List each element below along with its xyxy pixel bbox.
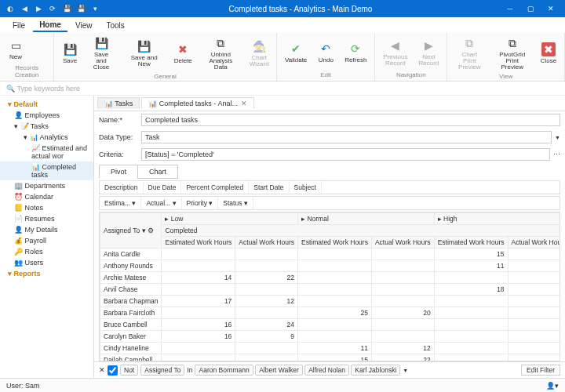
validate-button[interactable]: ✔Validate bbox=[280, 40, 312, 65]
pivot-cell: 22 bbox=[371, 354, 434, 362]
sidebar-item-resumes[interactable]: 📄 Resumes bbox=[0, 213, 93, 224]
delete-icon: ✖ bbox=[176, 42, 190, 56]
chartprint-icon: ⧉ bbox=[462, 36, 476, 50]
filter-field-description[interactable]: Description bbox=[100, 181, 144, 194]
close-filter-icon[interactable]: ✕ bbox=[99, 366, 105, 374]
close-button[interactable]: ✖Close bbox=[536, 41, 561, 66]
ellipsis-icon[interactable]: ⋯ bbox=[553, 151, 560, 158]
menu-home[interactable]: Home bbox=[33, 19, 67, 32]
pivot-cell bbox=[371, 260, 434, 272]
savenew-icon: 💾 bbox=[137, 39, 151, 53]
menu-tools[interactable]: Tools bbox=[100, 20, 130, 31]
filter-field-subject[interactable]: Subject bbox=[290, 181, 322, 194]
saveclose-icon[interactable]: 💾 bbox=[75, 3, 86, 14]
unbind-button[interactable]: ⧉Unbind Analysis Data bbox=[198, 34, 243, 72]
filter-value-chip[interactable]: Albert Walker bbox=[255, 365, 303, 376]
theme-icon[interactable]: ◐ bbox=[5, 3, 16, 14]
new-button[interactable]: ▭New bbox=[3, 37, 28, 62]
filter-value-chip[interactable]: Aaron Bornmann bbox=[195, 365, 253, 376]
filter-value-chip[interactable]: Karl Jablonski bbox=[351, 365, 400, 376]
undo-button[interactable]: ↶Undo bbox=[313, 40, 338, 65]
pivot-cell bbox=[371, 272, 434, 284]
chevron-down-icon[interactable]: ▼ bbox=[555, 135, 560, 140]
sidebar-item-notes[interactable]: 📒 Notes bbox=[0, 202, 93, 213]
sidebar-item-estimated-and-actual-wor[interactable]: 📈 Estimated and actual wor bbox=[0, 143, 93, 162]
menu-file[interactable]: File bbox=[6, 20, 31, 31]
filter-field[interactable]: Assigned To bbox=[140, 365, 184, 376]
pivot-cell bbox=[371, 331, 434, 343]
filter-not[interactable]: Not bbox=[120, 365, 138, 376]
next-icon[interactable]: ▶ bbox=[33, 3, 44, 14]
sidebar-item-employees[interactable]: 👤 Employees bbox=[0, 110, 93, 121]
tab-pivot[interactable]: Pivot bbox=[99, 165, 138, 179]
ribbon: ▭NewRecords Creation💾Save💾Save and Close… bbox=[0, 33, 565, 82]
user-icon[interactable]: 👤▾ bbox=[546, 382, 559, 390]
sidebar-group-reports[interactable]: ▾ Reports bbox=[0, 268, 93, 279]
pivot-cell: 15 bbox=[434, 249, 508, 260]
document-tabs: 📊 Tasks📊 Completed tasks - Anal... ✕ bbox=[94, 96, 565, 111]
row-header: Bruce Cambell bbox=[100, 319, 162, 331]
sidebar-item-my-details[interactable]: 👤 My Details bbox=[0, 224, 93, 235]
col-field[interactable]: Estima... ▾ bbox=[100, 197, 141, 209]
sidebar-item-departments[interactable]: 🏢 Departments bbox=[0, 180, 93, 191]
sidebar-item-tasks[interactable]: ▾ 📝 Tasks bbox=[0, 121, 93, 132]
status-bar: User: Sam 👤▾ bbox=[0, 378, 565, 392]
row-header: Dailah Campbell bbox=[100, 354, 162, 362]
minimize-button[interactable]: ─ bbox=[501, 2, 519, 16]
name-label: Name:* bbox=[99, 116, 138, 124]
pivot-cell bbox=[371, 284, 434, 296]
sidebar-item-analytics[interactable]: ▾ 📊 Analytics bbox=[0, 132, 93, 143]
criteria-field[interactable]: [Status] = 'Completed' bbox=[141, 148, 550, 161]
pivot-cell: 18 bbox=[434, 284, 508, 296]
sidebar-item-payroll[interactable]: 💰 Payroll bbox=[0, 235, 93, 246]
sidebar-item-users[interactable]: 👥 Users bbox=[0, 257, 93, 268]
tab-close-icon[interactable]: ✕ bbox=[241, 100, 247, 107]
saveclose-button[interactable]: 💾Save and Close bbox=[84, 34, 118, 72]
pivot-cell: 9 bbox=[235, 331, 298, 343]
maximize-button[interactable]: ▢ bbox=[521, 2, 540, 16]
tab-completed[interactable]: 📊 Completed tasks - Anal... ✕ bbox=[141, 97, 254, 109]
save-icon: 💾 bbox=[63, 42, 77, 56]
pivot-cell bbox=[298, 331, 372, 343]
chevron-down-icon[interactable]: ▼ bbox=[403, 368, 408, 373]
filter-field-percent-completed[interactable]: Percent Completed bbox=[181, 181, 249, 194]
col-field[interactable]: Priority ▾ bbox=[182, 197, 219, 209]
sidebar-item-calendar[interactable]: ⏰ Calendar bbox=[0, 191, 93, 202]
filter-field-due-date[interactable]: Due Date bbox=[144, 181, 182, 194]
dropdown-icon[interactable]: ▾ bbox=[89, 3, 100, 14]
tab-chart[interactable]: Chart bbox=[137, 165, 178, 179]
menu-view[interactable]: View bbox=[69, 20, 99, 31]
search-input[interactable]: Type keywords here bbox=[17, 85, 81, 93]
window-title: Completed tasks - Analytics - Main Demo bbox=[100, 5, 501, 13]
save-icon[interactable]: 💾 bbox=[61, 3, 72, 14]
pivot-cell bbox=[434, 343, 508, 354]
filter-field-start-date[interactable]: Start Date bbox=[249, 181, 289, 194]
pivot-cell: 12 bbox=[235, 296, 298, 307]
prev-icon[interactable]: ◀ bbox=[19, 3, 30, 14]
col-field[interactable]: Status ▾ bbox=[218, 197, 253, 209]
filter-enable-checkbox[interactable] bbox=[108, 365, 118, 376]
datatype-field[interactable]: Task bbox=[141, 131, 552, 143]
delete-button[interactable]: ✖Delete bbox=[170, 41, 196, 66]
close-button[interactable]: ✕ bbox=[541, 2, 560, 16]
savenew-button[interactable]: 💾Save and New bbox=[120, 38, 168, 69]
filter-value-chip[interactable]: Alfred Nolan bbox=[304, 365, 349, 376]
user-label: User: bbox=[6, 382, 24, 390]
edit-filter-button[interactable]: Edit Filter bbox=[521, 365, 560, 376]
refresh-button[interactable]: ⟳Refresh bbox=[340, 40, 371, 65]
col-field[interactable]: Actual... ▾ bbox=[141, 197, 181, 209]
refresh-icon[interactable]: ⟳ bbox=[47, 3, 58, 14]
sidebar-item-completed-tasks[interactable]: 📊 Completed tasks bbox=[0, 162, 93, 180]
name-field[interactable]: Completed tasks bbox=[141, 114, 560, 126]
pivot-cell bbox=[298, 284, 372, 296]
save-button[interactable]: 💾Save bbox=[57, 41, 82, 66]
next-button: ▶Next Record bbox=[414, 37, 443, 68]
pivot-grid[interactable]: Assigned To ▾ ⚙▸ Low▸ Normal▸ HighGrand … bbox=[99, 212, 560, 361]
tab-tasks[interactable]: 📊 Tasks bbox=[97, 97, 140, 109]
pivotprint-button[interactable]: ⧉PivotGrid Print Preview bbox=[490, 34, 534, 72]
pivot-cell bbox=[162, 343, 235, 354]
sidebar-group-default[interactable]: ▾ Default bbox=[0, 99, 93, 110]
pivot-cell: 22 bbox=[235, 272, 298, 284]
sidebar-item-roles[interactable]: 🔑 Roles bbox=[0, 246, 93, 257]
unbind-icon: ⧉ bbox=[213, 36, 228, 50]
